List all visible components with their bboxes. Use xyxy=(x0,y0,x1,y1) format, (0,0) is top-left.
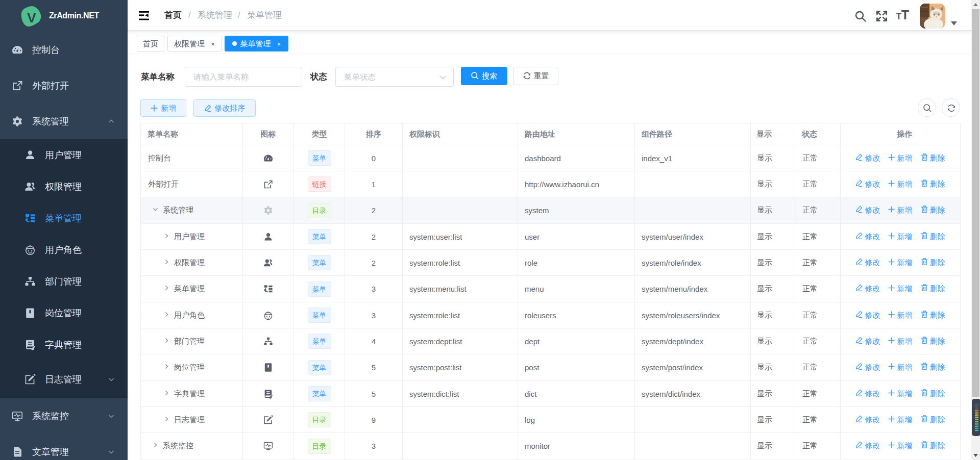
svg-text:V: V xyxy=(27,10,36,25)
